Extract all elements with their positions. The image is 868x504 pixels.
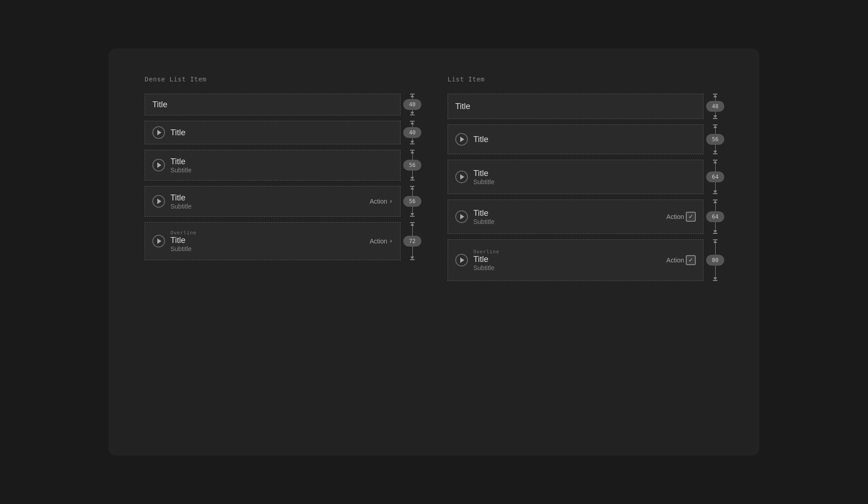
- height-indicator: 56: [707, 124, 723, 154]
- list-item-box-dense-5[interactable]: OverlineTitleSubtitleAction›: [145, 222, 401, 260]
- item-title: Title: [152, 100, 393, 109]
- item-title: Title: [473, 169, 696, 178]
- height-badge: 72: [403, 236, 421, 247]
- height-indicator: 40: [404, 94, 420, 115]
- item-subtitle: Subtitle: [170, 166, 393, 174]
- list-item-row-0-2: TitleSubtitle56: [145, 150, 420, 181]
- chevron-icon: ›: [389, 198, 393, 205]
- item-text: Title: [455, 102, 696, 111]
- item-text: Title: [170, 128, 393, 138]
- main-container: Dense List ItemTitle40Title40TitleSubtit…: [108, 48, 760, 456]
- action-label: Action: [370, 198, 387, 205]
- list-item-row-1-1: Title56: [448, 124, 723, 154]
- item-title: Title: [170, 236, 364, 245]
- play-icon: [455, 133, 468, 146]
- play-triangle: [460, 174, 464, 180]
- list-item-box-dense-4[interactable]: TitleSubtitleAction›: [145, 186, 401, 217]
- checkmark: ✓: [689, 214, 693, 220]
- item-action[interactable]: Action›: [370, 198, 393, 205]
- list-item-box-list-2[interactable]: Title: [448, 124, 703, 154]
- chevron-icon: ›: [389, 238, 393, 245]
- list-item-row-1-3: TitleSubtitleAction✓64: [448, 200, 723, 234]
- list-item-box-list-5[interactable]: OverlineTitleSubtitleAction✓: [448, 239, 703, 281]
- item-text: TitleSubtitle: [170, 193, 364, 210]
- list-item-box-list-4[interactable]: TitleSubtitleAction✓: [448, 200, 703, 234]
- play-triangle: [157, 130, 161, 135]
- height-indicator: 56: [404, 150, 420, 181]
- height-indicator: 64: [707, 200, 723, 234]
- item-subtitle: Subtitle: [473, 218, 661, 225]
- height-badge: 64: [706, 171, 724, 182]
- play-triangle: [157, 199, 161, 204]
- height-badge: 56: [706, 134, 724, 145]
- column-title-0: Dense List Item: [145, 76, 420, 83]
- play-triangle: [157, 238, 161, 244]
- action-label: Action: [370, 238, 387, 245]
- item-subtitle: Subtitle: [170, 203, 364, 210]
- item-action[interactable]: Action✓: [666, 255, 696, 265]
- columns-layout: Dense List ItemTitle40Title40TitleSubtit…: [145, 76, 723, 428]
- item-overline: Overline: [473, 249, 661, 255]
- height-indicator: 80: [707, 239, 723, 281]
- height-badge: 56: [403, 196, 421, 207]
- item-subtitle: Subtitle: [170, 245, 364, 252]
- item-title: Title: [170, 128, 393, 138]
- column-1: List ItemTitle48Title56TitleSubtitle64Ti…: [448, 76, 723, 428]
- item-title: Title: [473, 209, 661, 218]
- list-container-1: Title48Title56TitleSubtitle64TitleSubtit…: [448, 94, 723, 281]
- list-item-row-1-0: Title48: [448, 94, 723, 119]
- item-text: Title: [152, 100, 393, 109]
- height-indicator: 72: [404, 222, 420, 260]
- list-item-row-0-3: TitleSubtitleAction›56: [145, 186, 420, 217]
- list-item-box-list-1[interactable]: Title: [448, 94, 703, 119]
- column-title-1: List Item: [448, 76, 723, 83]
- height-indicator: 56: [404, 186, 420, 217]
- item-title: Title: [170, 193, 364, 203]
- play-triangle: [157, 162, 161, 168]
- item-title: Title: [170, 157, 393, 166]
- item-text: TitleSubtitle: [473, 169, 696, 185]
- height-badge: 80: [706, 255, 724, 266]
- height-indicator: 64: [707, 160, 723, 194]
- play-icon: [152, 195, 165, 208]
- item-text: OverlineTitleSubtitle: [170, 230, 364, 252]
- list-container-0: Title40Title40TitleSubtitle56TitleSubtit…: [145, 94, 420, 260]
- action-label: Action: [666, 257, 684, 264]
- play-triangle: [460, 257, 464, 263]
- height-badge: 64: [706, 211, 724, 222]
- checkmark: ✓: [689, 257, 693, 263]
- list-item-box-list-3[interactable]: TitleSubtitle: [448, 160, 703, 194]
- item-action[interactable]: Action›: [370, 238, 393, 245]
- play-icon: [152, 126, 165, 139]
- height-badge: 40: [403, 127, 421, 138]
- item-text: TitleSubtitle: [473, 209, 661, 225]
- list-item-box-dense-3[interactable]: TitleSubtitle: [145, 150, 401, 181]
- height-badge: 56: [403, 160, 421, 171]
- play-icon: [455, 171, 468, 183]
- list-item-row-0-1: Title40: [145, 121, 420, 144]
- item-subtitle: Subtitle: [473, 264, 661, 271]
- item-overline: Overline: [170, 230, 364, 236]
- item-title: Title: [473, 135, 696, 144]
- item-subtitle: Subtitle: [473, 178, 696, 185]
- list-item-box-dense-1[interactable]: Title: [145, 94, 401, 115]
- checkbox-icon[interactable]: ✓: [686, 212, 696, 222]
- item-text: Title: [473, 135, 696, 144]
- list-item-box-dense-2[interactable]: Title: [145, 121, 401, 144]
- play-icon: [152, 159, 165, 171]
- item-title: Title: [473, 255, 661, 264]
- height-badge: 48: [706, 101, 724, 112]
- list-item-row-1-2: TitleSubtitle64: [448, 160, 723, 194]
- item-action[interactable]: Action✓: [666, 212, 696, 222]
- column-0: Dense List ItemTitle40Title40TitleSubtit…: [145, 76, 420, 428]
- checkbox-icon[interactable]: ✓: [686, 255, 696, 265]
- play-icon: [455, 254, 468, 266]
- list-item-row-0-0: Title40: [145, 94, 420, 115]
- play-triangle: [460, 137, 464, 142]
- play-icon: [455, 210, 468, 223]
- item-text: OverlineTitleSubtitle: [473, 249, 661, 271]
- height-indicator: 40: [404, 121, 420, 144]
- list-item-row-1-4: OverlineTitleSubtitleAction✓80: [448, 239, 723, 281]
- play-triangle: [460, 214, 464, 219]
- play-icon: [152, 235, 165, 247]
